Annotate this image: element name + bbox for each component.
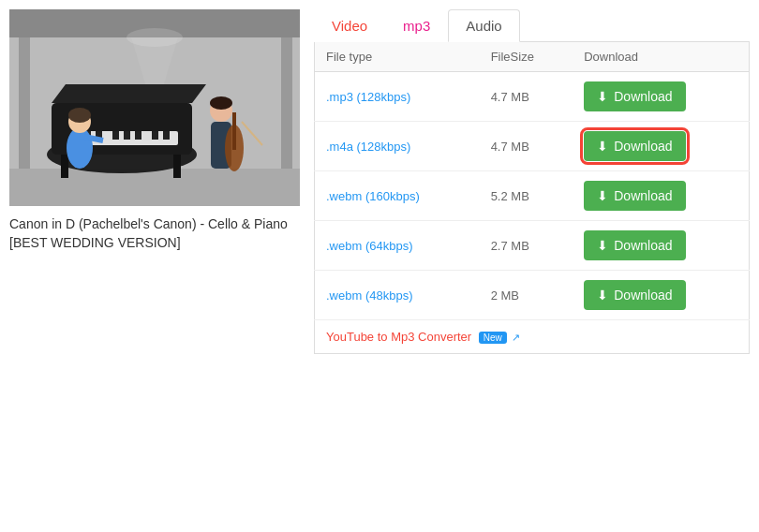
svg-rect-14 [112, 131, 119, 140]
svg-marker-8 [52, 84, 206, 103]
svg-point-21 [68, 108, 91, 123]
table-header-row: File type FileSize Download [315, 42, 750, 72]
cell-filetype: .webm (48kbps) [315, 271, 480, 320]
footer-row: YouTube to Mp3 Converter New ↗ [315, 320, 750, 354]
table-row: .mp3 (128kbps)4.7 MB⬇Download [315, 72, 750, 122]
table-row: .webm (48kbps)2 MB⬇Download [315, 271, 750, 320]
cell-download: ⬇Download [573, 171, 749, 221]
external-icon: ↗ [512, 332, 520, 343]
svg-point-25 [210, 96, 232, 110]
yt-converter-link[interactable]: YouTube to Mp3 Converter [326, 330, 471, 344]
cell-filetype: .mp3 (128kbps) [315, 72, 480, 122]
col-header-download: Download [573, 42, 749, 72]
tab-audio[interactable]: Audio [448, 9, 519, 42]
cell-filesize: 2.7 MB [480, 221, 573, 271]
new-badge: New [479, 332, 507, 344]
col-header-filesize: FileSize [480, 42, 573, 72]
download-icon: ⬇ [597, 238, 608, 253]
tabs-container: Video mp3 Audio [314, 9, 750, 42]
cell-download: ⬇Download [573, 72, 749, 122]
svg-rect-27 [232, 112, 236, 150]
cell-filetype: .webm (64kbps) [315, 221, 480, 271]
download-button[interactable]: ⬇Download [584, 131, 685, 161]
download-button-label: Download [614, 89, 672, 104]
svg-rect-9 [61, 155, 68, 178]
download-button[interactable]: ⬇Download [584, 280, 685, 310]
download-button[interactable]: ⬇Download [584, 181, 685, 211]
download-button-label: Download [614, 139, 672, 154]
svg-point-19 [67, 127, 93, 169]
col-header-filetype: File type [315, 42, 480, 72]
cell-filesize: 2 MB [480, 271, 573, 320]
svg-rect-15 [124, 131, 130, 140]
right-panel: Video mp3 Audio File type FileSize Downl… [309, 0, 759, 363]
tab-mp3[interactable]: mp3 [385, 9, 448, 42]
svg-rect-5 [281, 37, 292, 169]
thumbnail-svg [9, 9, 300, 206]
download-icon: ⬇ [597, 89, 608, 104]
svg-rect-17 [152, 131, 158, 140]
download-icon: ⬇ [597, 288, 608, 303]
svg-rect-4 [19, 37, 30, 169]
cell-download: ⬇Download [573, 221, 749, 271]
svg-rect-18 [163, 131, 170, 140]
download-button-label: Download [614, 238, 672, 253]
table-row: .webm (160kbps)5.2 MB⬇Download [315, 171, 750, 221]
svg-rect-16 [135, 131, 141, 140]
download-button[interactable]: ⬇Download [584, 230, 685, 260]
cell-filetype: .webm (160kbps) [315, 171, 480, 221]
download-button[interactable]: ⬇Download [584, 81, 685, 111]
cell-download: ⬇Download [573, 122, 749, 171]
table-row: .webm (64kbps)2.7 MB⬇Download [315, 221, 750, 271]
cell-filesize: 4.7 MB [480, 72, 573, 122]
video-thumbnail [9, 9, 300, 206]
cell-download: ⬇Download [573, 271, 749, 320]
svg-rect-3 [9, 169, 300, 206]
download-icon: ⬇ [597, 139, 608, 154]
download-table: File type FileSize Download .mp3 (128kbp… [314, 42, 750, 354]
cell-filetype: .m4a (128kbps) [315, 122, 480, 171]
left-panel: Canon in D (Pachelbel's Canon) - Cello &… [0, 0, 309, 261]
tab-video[interactable]: Video [314, 9, 385, 42]
download-button-label: Download [614, 288, 672, 303]
download-icon: ⬇ [597, 188, 608, 203]
table-row: .m4a (128kbps)4.7 MB⬇Download [315, 122, 750, 171]
cell-filesize: 4.7 MB [480, 122, 573, 171]
download-button-label: Download [614, 188, 672, 203]
svg-rect-10 [173, 155, 181, 178]
video-title: Canon in D (Pachelbel's Canon) - Cello &… [9, 215, 300, 252]
cell-filesize: 5.2 MB [480, 171, 573, 221]
